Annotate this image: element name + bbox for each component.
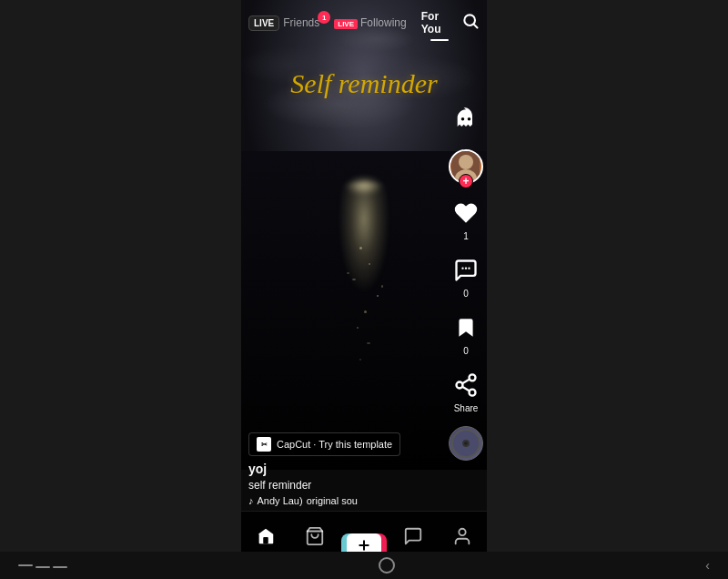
sparkle <box>359 247 362 249</box>
like-button[interactable]: 1 <box>450 197 482 241</box>
music-disc[interactable] <box>449 426 483 461</box>
video-title: Self reminder <box>241 68 487 99</box>
username[interactable]: yoj <box>248 462 441 476</box>
capcut-banner[interactable]: ✂ CapCut · Try this template <box>248 432 400 456</box>
svg-point-7 <box>461 268 463 269</box>
music-avatar <box>449 426 483 461</box>
ai-avatar-button[interactable] <box>450 104 482 137</box>
bottom-info: ✂ CapCut · Try this template yoj self re… <box>248 432 441 506</box>
heart-icon <box>450 197 482 229</box>
sparkle <box>367 342 370 344</box>
phone-container: Self reminder LIVE Friends 1 LIVEFollowi… <box>241 0 487 579</box>
home-icon <box>256 526 276 552</box>
music-info: ♪ Andy Lau) original sou <box>248 495 441 506</box>
share-icon <box>450 369 482 401</box>
comment-icon <box>450 254 482 287</box>
like-count: 1 <box>463 231 469 241</box>
svg-line-14 <box>462 380 470 384</box>
share-label: Share <box>454 403 479 413</box>
capcut-text: CapCut · Try this template <box>277 439 392 450</box>
light-source <box>346 177 382 195</box>
svg-point-23 <box>459 529 465 535</box>
live-button-label: LIVE <box>254 18 274 28</box>
right-panel <box>487 0 728 579</box>
svg-line-13 <box>462 387 470 391</box>
svg-point-3 <box>468 117 471 121</box>
shop-icon <box>305 526 325 552</box>
avatar-container: + <box>449 149 483 184</box>
right-actions: + 1 0 <box>449 104 483 461</box>
system-bars-icon <box>18 564 67 568</box>
sparkle <box>377 295 379 297</box>
bookmark-icon <box>450 311 482 344</box>
svg-point-8 <box>465 268 467 269</box>
creator-avatar[interactable]: + <box>449 149 483 184</box>
profile-icon <box>452 526 472 552</box>
friends-notification: 1 <box>318 11 330 24</box>
video-description: self reminder <box>248 479 441 492</box>
top-navigation: LIVE Friends 1 LIVEFollowing For You <box>241 0 487 46</box>
light-reflection <box>332 183 396 365</box>
music-artist: Andy Lau) <box>258 495 303 506</box>
system-home-icon[interactable] <box>379 557 395 574</box>
follow-plus-button[interactable]: + <box>459 174 473 188</box>
music-note-icon: ♪ <box>248 495 254 506</box>
nav-items: Friends 1 LIVEFollowing For You <box>279 8 461 37</box>
share-button[interactable]: Share <box>450 369 482 413</box>
capcut-logo: ✂ <box>257 437 271 452</box>
search-button[interactable] <box>461 12 480 35</box>
sparkle <box>352 279 356 280</box>
for-you-tab[interactable]: For You <box>418 8 461 37</box>
system-bar: ‹ <box>0 552 728 579</box>
svg-rect-19 <box>263 537 268 543</box>
music-title: original sou <box>307 495 358 506</box>
bookmark-count: 0 <box>463 346 469 356</box>
left-panel <box>0 0 241 579</box>
svg-point-9 <box>468 268 470 269</box>
sparkle <box>357 327 359 329</box>
system-back-icon[interactable]: ‹ <box>705 558 710 573</box>
inbox-icon <box>403 526 423 552</box>
comment-count: 0 <box>463 289 469 299</box>
svg-point-2 <box>461 117 465 121</box>
svg-point-18 <box>464 442 468 445</box>
sparkle <box>359 359 361 361</box>
ghost-icon <box>450 104 482 137</box>
sparkle <box>381 285 383 288</box>
friends-tab[interactable]: Friends 1 <box>279 15 323 31</box>
following-tab[interactable]: LIVEFollowing <box>330 15 410 31</box>
svg-line-1 <box>474 24 478 27</box>
following-live-badge: LIVE <box>334 19 358 29</box>
live-button[interactable]: LIVE <box>248 15 279 31</box>
svg-point-5 <box>459 155 473 169</box>
comment-button[interactable]: 0 <box>450 254 482 299</box>
bookmark-button[interactable]: 0 <box>450 311 482 356</box>
